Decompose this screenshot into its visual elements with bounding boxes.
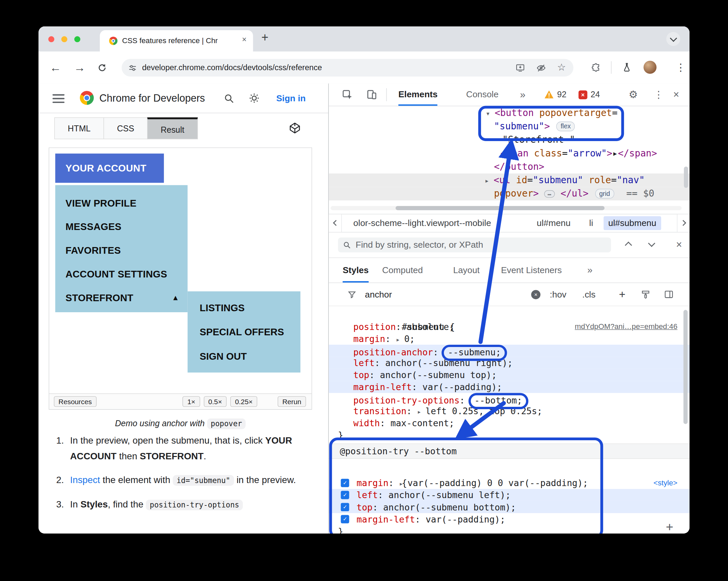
menu-item-0[interactable]: VIEW PROFILE bbox=[55, 191, 188, 215]
new-tab-button[interactable]: + bbox=[261, 30, 268, 45]
dock-panel-icon[interactable] bbox=[664, 289, 674, 299]
find-close-icon[interactable]: × bbox=[676, 232, 682, 257]
tab-event-listeners[interactable]: Event Listeners bbox=[501, 258, 562, 281]
experiments-flask-icon[interactable] bbox=[622, 62, 632, 73]
scale-button-1[interactable]: 0.5× bbox=[204, 396, 227, 407]
dom-tree-line-2[interactable]: "Storefront " bbox=[329, 133, 690, 146]
css-declaration-position-try-options[interactable]: position-try-options: --bottom; bbox=[329, 393, 690, 405]
find-input[interactable]: Find by string, selector, or XPath bbox=[338, 238, 611, 252]
breadcrumb-olor-scheme--light.viewport--mobile[interactable]: olor-scheme--light.viewport--mobile bbox=[353, 214, 491, 232]
css-declaration-left[interactable]: left: anchor(--submenu right); bbox=[329, 357, 690, 369]
rerun-button[interactable]: Rerun bbox=[278, 396, 306, 407]
warning-triangle-icon[interactable] bbox=[544, 90, 554, 99]
breadcrumb-ul#submenu[interactable]: ul#submenu bbox=[603, 216, 661, 230]
css-declaration-margin[interactable]: margin: ▸ var(--padding) 0 0 var(--paddi… bbox=[329, 477, 690, 489]
sidebar-more-tabs-icon[interactable]: » bbox=[588, 258, 593, 283]
sign-in-link[interactable]: Sign in bbox=[276, 84, 306, 113]
declaration-checkbox[interactable] bbox=[341, 491, 349, 499]
minimize-window-button[interactable] bbox=[61, 36, 67, 42]
css-declaration-position[interactable]: position: absolute; bbox=[329, 321, 690, 333]
token-badge[interactable]: flex bbox=[556, 122, 575, 131]
submenu-item-2[interactable]: SIGN OUT bbox=[188, 344, 301, 368]
css-declaration-left[interactable]: left: anchor(--submenu left); bbox=[329, 489, 690, 501]
profile-avatar[interactable] bbox=[643, 61, 656, 74]
tab-elements[interactable]: Elements bbox=[398, 84, 438, 106]
css-declaration-top[interactable]: top: anchor(--submenu bottom); bbox=[329, 501, 690, 513]
find-previous-icon[interactable] bbox=[625, 242, 632, 249]
scale-button-2[interactable]: 0.25× bbox=[231, 396, 257, 407]
forward-button[interactable]: → bbox=[74, 52, 86, 84]
extensions-puzzle-icon[interactable] bbox=[591, 62, 601, 72]
install-icon[interactable] bbox=[515, 63, 525, 73]
tree-scrollbar-thumb[interactable] bbox=[684, 166, 688, 188]
breadcrumb-ul#menu[interactable]: ul#menu bbox=[537, 214, 570, 232]
eye-off-icon[interactable] bbox=[536, 63, 546, 73]
close-window-button[interactable] bbox=[48, 36, 54, 42]
css-declaration-margin-left[interactable]: margin-left: var(--padding); bbox=[329, 513, 690, 525]
css-declaration-margin[interactable]: margin: ▸ 0; bbox=[329, 333, 690, 345]
back-button[interactable]: ← bbox=[50, 52, 61, 84]
menu-item-2[interactable]: FAVORITES bbox=[55, 238, 188, 262]
submenu-item-0[interactable]: LISTINGS bbox=[188, 296, 301, 320]
zoom-window-button[interactable] bbox=[74, 36, 80, 42]
dom-tree-line-0[interactable]: ▾ <button popovertarget= bbox=[329, 106, 690, 120]
new-rule-plus-icon[interactable]: + bbox=[666, 521, 673, 532]
devtools-menu-kebab-icon[interactable]: ⋮ bbox=[654, 84, 664, 106]
error-count[interactable]: 24 bbox=[591, 84, 600, 106]
breadcrumb-li[interactable]: li bbox=[589, 214, 593, 232]
more-tabs-icon[interactable]: » bbox=[520, 84, 525, 104]
position-try-header[interactable]: @position-try --bottom bbox=[329, 444, 690, 459]
filter-clear-icon[interactable]: × bbox=[531, 290, 541, 299]
expand-arrow-icon[interactable]: ▸ bbox=[417, 408, 425, 416]
token-dots[interactable]: … bbox=[544, 190, 555, 198]
submenu-item-1[interactable]: SPECIAL OFFERS bbox=[188, 320, 301, 344]
url-text[interactable]: developer.chrome.com/docs/devtools/css/r… bbox=[142, 59, 322, 77]
toggle-classes[interactable]: .cls bbox=[582, 283, 596, 306]
devtools-close-icon[interactable]: × bbox=[673, 84, 679, 106]
new-style-rule-plus-icon[interactable]: + bbox=[619, 283, 625, 306]
expand-arrow-icon[interactable]: ▸ bbox=[399, 480, 408, 488]
tab-styles[interactable]: Styles bbox=[343, 258, 369, 283]
tab-result[interactable]: Result bbox=[147, 117, 198, 139]
menu-item-4[interactable]: STOREFRONT▲ bbox=[55, 286, 188, 309]
tab-html[interactable]: HTML bbox=[54, 117, 104, 139]
find-next-icon[interactable] bbox=[648, 240, 655, 247]
settings-gear-icon[interactable]: ⚙ bbox=[629, 84, 638, 106]
browser-tab[interactable]: CSS features reference | Chr × bbox=[100, 30, 253, 52]
css-declaration-top[interactable]: top: anchor(--submenu top); bbox=[329, 369, 690, 381]
breadcrumbs-scroll-left[interactable] bbox=[329, 214, 342, 232]
codepen-icon[interactable] bbox=[288, 122, 302, 135]
dom-tree-line-3[interactable]: <span class="arrow">▸</span> bbox=[329, 147, 690, 160]
address-bar[interactable]: developer.chrome.com/docs/devtools/css/r… bbox=[122, 59, 573, 77]
resources-button[interactable]: Resources bbox=[54, 396, 96, 407]
step-2-seg-0[interactable]: Inspect bbox=[70, 475, 100, 485]
tab-search-button[interactable] bbox=[666, 32, 680, 46]
error-badge-icon[interactable]: × bbox=[578, 91, 587, 99]
tab-console[interactable]: Console bbox=[466, 84, 498, 104]
hamburger-menu-icon[interactable] bbox=[53, 94, 64, 105]
horizontal-scrollbar[interactable] bbox=[331, 206, 681, 210]
breadcrumbs-scroll-right[interactable] bbox=[677, 214, 689, 232]
tab-layout[interactable]: Layout bbox=[453, 258, 479, 281]
declaration-checkbox[interactable] bbox=[341, 503, 349, 511]
menu-item-1[interactable]: MESSAGES bbox=[55, 215, 188, 239]
menu-item-3[interactable]: ACCOUNT SETTINGS bbox=[55, 262, 188, 286]
reload-button[interactable] bbox=[97, 62, 107, 73]
toggle-hover-state[interactable]: :hov bbox=[550, 283, 566, 306]
warning-count[interactable]: 92 bbox=[557, 84, 566, 106]
css-declaration-position-anchor[interactable]: position-anchor: --submenu; bbox=[329, 345, 690, 357]
dom-tree-line-6[interactable]: popover> … </ul> grid == $0 bbox=[329, 187, 690, 200]
tab-close-icon[interactable]: × bbox=[242, 35, 246, 45]
inspect-element-icon[interactable] bbox=[342, 89, 353, 101]
token-badge[interactable]: grid bbox=[595, 189, 614, 199]
theme-sun-icon[interactable] bbox=[248, 92, 260, 104]
scrollbar-thumb[interactable] bbox=[395, 206, 604, 210]
expand-arrow-icon[interactable]: ▸ bbox=[396, 335, 404, 344]
site-settings-icon[interactable] bbox=[128, 63, 137, 72]
dom-tree-line-5[interactable]: ▸ <ul id="submenu" role="nav" bbox=[329, 173, 690, 187]
rendering-brush-icon[interactable] bbox=[641, 289, 650, 299]
declaration-checkbox[interactable] bbox=[341, 515, 349, 523]
css-declaration-width[interactable]: width: max-content; bbox=[329, 417, 690, 429]
device-toolbar-icon[interactable] bbox=[366, 89, 378, 101]
your-account-button[interactable]: YOUR ACCOUNT bbox=[55, 154, 164, 183]
